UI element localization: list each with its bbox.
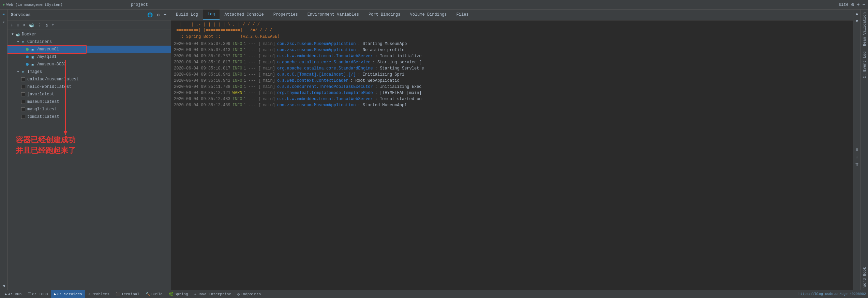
tab-build[interactable]: 🔨 Build (143, 290, 165, 298)
log-content[interactable]: |____| .-_| |_|_| |_\_, | / / / / ======… (171, 20, 853, 290)
tab-log[interactable]: Log (203, 10, 220, 20)
align-icon[interactable]: ⊞ (16, 22, 20, 28)
log-entry: 2020-06-04 09:35:10.787 INFO 1 --- [ mai… (174, 53, 850, 59)
settings-icon[interactable]: ⚙ (156, 12, 161, 18)
log-class[interactable]: com.zsc.museum.MuseumApplication (277, 41, 356, 47)
tab-spring[interactable]: 🌿 Spring (166, 290, 191, 298)
containers-node[interactable]: ▼ ⊞ Containers (8, 38, 171, 46)
image-checkbox-mysql (21, 107, 25, 111)
image-checkbox-museum (21, 100, 25, 104)
bean-validation-tab[interactable]: Bean Validation (862, 10, 868, 49)
build-icon: 🔨 (146, 292, 150, 296)
log-class[interactable]: o.apache.catalina.core.StandardService (277, 59, 371, 65)
event-log-tab[interactable]: 2: Event Log (862, 49, 868, 81)
docker-toolbar-icon[interactable]: 🐋 (28, 22, 35, 28)
left-icon-3[interactable]: ◀ (1, 282, 7, 288)
image-museum[interactable]: museum:latest (8, 98, 171, 106)
java-enterprise-icon: ☕ (194, 292, 197, 296)
plus-icon[interactable]: + (857, 2, 859, 7)
top-bar-controls: site ⚙ + − (839, 2, 865, 7)
log-timestamp: 2020-06-04 09:35:11.738 (174, 84, 230, 90)
tab-services[interactable]: ▶ 8: Services (51, 290, 85, 298)
image-museum-label: museum:latest (27, 99, 59, 104)
list-view-icon[interactable]: ≡ (854, 147, 860, 153)
mysql01-icon: ▣ (30, 54, 35, 60)
images-node[interactable]: ▼ ⊞ Images (8, 68, 171, 76)
refresh-icon[interactable]: ↻ (44, 22, 49, 28)
container-mysql01[interactable]: ▣ /mysql01 (8, 53, 171, 61)
globe-icon[interactable]: 🌐 (146, 12, 154, 18)
collapse-icon[interactable]: − (163, 12, 167, 18)
log-thread: 1 --- [ (243, 65, 260, 72)
log-class[interactable]: com.zsc.museum.MuseumApplication (277, 47, 356, 53)
museum8083-label: /museum-8083 (37, 62, 66, 67)
arrow-down-icon[interactable]: ↓ (10, 22, 14, 28)
image-java[interactable]: java:latest (8, 91, 171, 98)
bottom-url[interactable]: https://blog.csdn.cn/dge_40298902 (798, 292, 866, 296)
image-mysql[interactable]: mysql:latest (8, 106, 171, 113)
scroll-up-icon[interactable]: ▲ (854, 11, 860, 17)
align-icon[interactable]: ⊟ (854, 154, 860, 160)
log-class[interactable]: com.zsc.museum.MuseumApplication (277, 102, 356, 108)
trash-icon[interactable]: 🗑 (854, 162, 860, 168)
tab-java-enterprise[interactable]: ☕ Java Enterprise (192, 290, 234, 298)
log-class[interactable]: o.s.b.w.embedded.tomcat.TomcatWebServer (277, 96, 373, 102)
tab-properties[interactable]: Properties (269, 10, 303, 20)
tab-problems[interactable]: ⚠ Problems (86, 290, 112, 298)
tab-files[interactable]: Files (452, 10, 474, 20)
log-level: INFO (233, 53, 242, 59)
image-hello-world[interactable]: hello-world:latest (8, 83, 171, 91)
tab-build-log[interactable]: Build Log (171, 10, 203, 20)
mysql01-status-dot (26, 56, 29, 58)
bottom-right: https://blog.csdn.cn/dge_40298902 (798, 292, 866, 296)
docker-label: Docker (22, 32, 36, 37)
top-bar-project: project (131, 2, 148, 7)
java-enterprise-label: Java Enterprise (197, 292, 231, 296)
log-class[interactable]: org.apache.catalina.core.StandardEngine (277, 65, 373, 72)
todo-icon: ☰ (28, 292, 31, 296)
image-java-label: java:latest (27, 92, 54, 97)
log-class[interactable]: o.a.c.C.[Tomcat].[localhost].[/] (277, 72, 356, 78)
image-tomcat[interactable]: tomcat:latest (8, 113, 171, 121)
scroll-down-icon[interactable]: ▼ (854, 18, 860, 25)
log-thread-name: main] (263, 96, 275, 102)
container-museum01[interactable]: ▣ /museum01 (8, 46, 171, 53)
log-entry: 2020-06-04 09:35:10.941 INFO 1 --- [ mai… (174, 72, 850, 78)
log-class[interactable]: org.thymeleaf.templatemode.TemplateMode (277, 90, 373, 96)
tab-env-vars[interactable]: Environment Variables (303, 10, 364, 20)
log-message: : Starting service [ (373, 59, 422, 65)
log-entry: 2020-06-04 09:35:07.413 INFO 1 --- [ mai… (174, 47, 850, 53)
tab-attached-console[interactable]: Attached Console (220, 10, 268, 20)
structure-icon[interactable]: ≡ (1, 11, 7, 17)
tab-terminal[interactable]: ⬛ Terminal (113, 290, 142, 298)
add-icon[interactable]: + (50, 22, 55, 28)
tab-run[interactable]: ▶ 4: Run (2, 290, 24, 298)
tab-todo[interactable]: ☰ 6: TODO (25, 290, 50, 298)
services-tree: ▼ 🐋 Docker ▼ ⊞ Containers ▣ /museum01 (8, 30, 171, 290)
tab-endpoints[interactable]: ◎ Endpoints (235, 290, 264, 298)
museum8083-icon: ▣ (30, 62, 35, 67)
image-hello-world-label: hello-world:latest (27, 84, 72, 89)
log-entry: 2020-06-04 09:35:12.489 INFO 1 --- [ mai… (174, 102, 850, 108)
log-class[interactable]: o.s.b.w.embedded.tomcat.TomcatWebServer (277, 53, 373, 59)
log-class[interactable]: o.s.s.concurrent.ThreadPoolTaskExecutor (277, 84, 373, 90)
log-thread-name: main] (263, 78, 275, 84)
log-timestamp: 2020-06-04 09:35:10.941 (174, 72, 230, 78)
word-book-tab[interactable]: Word Book (862, 264, 868, 290)
container-museum8083[interactable]: ▣ /museum-8083 (8, 61, 171, 68)
museum01-label: /museum01 (37, 47, 59, 52)
sort-icon[interactable]: ≋ (22, 22, 27, 28)
main-layout: ≡ ⚡ ◀ Services 🌐 ⚙ − ↓ ⊞ ≋ 🐋 ⋮ ↻ + ▼ (0, 10, 868, 290)
left-icon-2[interactable]: ⚡ (1, 19, 7, 25)
filter-icon[interactable]: ⋮ (36, 22, 43, 28)
image-cainiao[interactable]: cainiao/museum:latest (8, 76, 171, 83)
minus-icon[interactable]: − (863, 2, 865, 7)
tab-port-bindings[interactable]: Port Bindings (364, 10, 405, 20)
gear-icon[interactable]: ⚙ (851, 2, 854, 7)
docker-node[interactable]: ▼ 🐋 Docker (8, 31, 171, 38)
tab-volume-bindings[interactable]: Volume Bindings (405, 10, 452, 20)
services-icon: ▶ (54, 292, 56, 296)
log-level: WARN (233, 90, 242, 96)
log-entry: 2020-06-04 09:35:11.738 INFO 1 --- [ mai… (174, 84, 850, 90)
log-class[interactable]: o.s.web.context.ContextLoader (277, 78, 348, 84)
